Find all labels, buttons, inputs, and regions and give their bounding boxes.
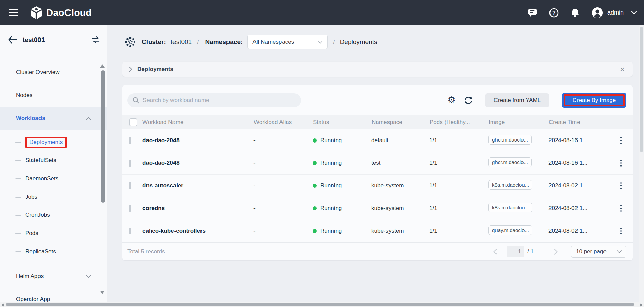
search-icon <box>133 97 139 104</box>
per-page-select[interactable]: 10 per page <box>571 246 626 258</box>
kebab-menu-icon[interactable] <box>618 159 624 168</box>
chevron-right-icon[interactable] <box>129 67 132 72</box>
sidebar-item-cluster-overview[interactable]: Cluster Overview <box>0 61 107 84</box>
row-checkbox[interactable] <box>129 160 131 167</box>
brand-logo[interactable]: DaoCloud <box>30 6 92 20</box>
image-badge[interactable]: quay.m.daoclo... <box>488 225 532 235</box>
sidebar-item-replicasets[interactable]: ReplicaSets <box>0 242 107 261</box>
next-page-chevron-icon[interactable] <box>554 249 558 255</box>
dash-icon <box>15 142 21 143</box>
bell-icon[interactable] <box>571 8 580 17</box>
column-header[interactable]: Create Time <box>543 115 602 129</box>
avatar-icon[interactable] <box>592 7 603 19</box>
column-header[interactable]: Pods (Healthy... <box>424 115 483 129</box>
create-by-image-button[interactable]: Create By Image <box>562 93 626 108</box>
sidebar-item-cronjobs[interactable]: CronJobs <box>0 206 107 224</box>
sidebar-item-label: Pods <box>25 230 38 237</box>
image-badge[interactable]: ghcr.m.daoclo... <box>488 157 532 167</box>
switch-cluster-icon[interactable] <box>92 36 100 43</box>
column-header[interactable]: Namespace <box>366 115 424 129</box>
column-header[interactable]: Workload Alias <box>248 115 307 129</box>
prev-page-chevron-icon[interactable] <box>493 249 497 255</box>
namespace-select-value: All Namespaces <box>252 39 294 45</box>
sidebar-item-jobs[interactable]: Jobs <box>0 188 107 206</box>
table-row: dao-dao-2048 - Running default 1/1 ghcr.… <box>122 129 633 152</box>
help-icon[interactable]: ? <box>549 8 559 18</box>
sidebar-item-helm-apps[interactable]: Helm Apps <box>0 265 107 288</box>
status-dot <box>313 184 317 188</box>
row-checkbox[interactable] <box>129 228 131 234</box>
workload-name[interactable]: coredns <box>142 205 248 212</box>
sidebar-item-pods[interactable]: Pods <box>0 224 107 242</box>
status-cell: Running <box>307 182 366 189</box>
sidebar-header: test001 <box>0 25 107 54</box>
dash-icon <box>15 233 21 234</box>
chevron-down-icon <box>617 250 622 253</box>
column-header[interactable]: Image <box>483 115 543 129</box>
search-box <box>127 93 301 107</box>
row-checkbox[interactable] <box>129 137 131 144</box>
status-dot <box>313 229 317 233</box>
banner-title: Deployments <box>137 66 173 73</box>
search-input[interactable] <box>143 97 296 104</box>
sidebar-item-nodes[interactable]: Nodes <box>0 84 107 107</box>
dash-icon <box>15 215 21 216</box>
sidebar-item-workloads[interactable]: Workloads <box>0 107 107 130</box>
gear-icon[interactable]: ⚙ <box>448 96 456 105</box>
sidebar-scroll-up-arrow[interactable] <box>100 64 105 68</box>
kebab-menu-icon[interactable] <box>618 227 624 235</box>
chat-icon[interactable] <box>528 8 537 17</box>
scroll-right-arrow[interactable] <box>640 303 643 307</box>
image-badge[interactable]: k8s.m.daoclou... <box>488 180 532 190</box>
sidebar-item-deployments[interactable]: Deployments <box>0 133 107 151</box>
sidebar-scroll-down-arrow[interactable] <box>100 291 105 294</box>
status-dot <box>313 161 317 165</box>
workload-name[interactable]: calico-kube-controllers <box>142 228 248 234</box>
vertical-scrollbar-thumb[interactable] <box>640 27 643 152</box>
column-header-actions <box>602 115 633 129</box>
horizontal-scrollbar-thumb[interactable] <box>6 303 634 306</box>
sidebar-item-label: ReplicaSets <box>25 248 56 255</box>
workload-name[interactable]: dns-autoscaler <box>142 182 248 189</box>
row-checkbox[interactable] <box>129 182 131 189</box>
hamburger-menu-icon[interactable] <box>9 9 18 16</box>
close-icon[interactable]: ✕ <box>620 66 625 73</box>
sidebar-item-label: Jobs <box>25 194 37 200</box>
page-number-input[interactable] <box>507 246 524 257</box>
scroll-left-arrow[interactable] <box>1 303 4 307</box>
total-records-label: Total 5 records <box>127 248 165 255</box>
kebab-menu-icon[interactable] <box>618 204 624 213</box>
annotation-box: Deployments <box>25 137 67 148</box>
chevron-down-icon <box>86 275 91 278</box>
status-text: Running <box>320 182 342 189</box>
image-badge[interactable]: k8s.m.daoclou... <box>488 203 532 212</box>
sidebar-item-label: Operator App <box>16 296 50 302</box>
image-badge[interactable]: ghcr.m.daoclo... <box>488 135 532 145</box>
sidebar-scrollbar-thumb[interactable] <box>101 70 105 203</box>
vertical-scrollbar <box>639 25 644 302</box>
brand-name: DaoCloud <box>46 7 92 18</box>
row-checkbox[interactable] <box>129 205 131 212</box>
sidebar-item-daemonsets[interactable]: DaemonSets <box>0 170 107 188</box>
table-row: dao-dao-2048 - Running test 1/1 ghcr.m.d… <box>122 152 633 175</box>
kebab-menu-icon[interactable] <box>618 181 624 190</box>
sidebar-item-statefulsets[interactable]: StatefulSets <box>0 151 107 170</box>
kebab-menu-icon[interactable] <box>618 136 624 145</box>
sidebar-item-operator-app[interactable]: Operator App <box>0 288 107 302</box>
back-arrow-icon[interactable] <box>8 36 17 44</box>
workload-name[interactable]: dao-dao-2048 <box>142 137 248 144</box>
select-all-checkbox[interactable] <box>129 118 137 126</box>
app-root: DaoCloud ? admin test <box>0 0 644 307</box>
column-header[interactable]: Workload Name <box>142 115 248 129</box>
namespace-select[interactable]: All Namespaces <box>247 35 328 49</box>
workload-name[interactable]: dao-dao-2048 <box>142 160 248 167</box>
status-text: Running <box>320 137 342 144</box>
dash-icon <box>15 160 21 161</box>
sidebar-nav: Cluster Overview Nodes Workloads Deploym… <box>0 54 107 302</box>
column-header[interactable]: Status <box>307 115 366 129</box>
workload-alias: - <box>248 160 307 167</box>
refresh-icon[interactable] <box>464 96 473 105</box>
user-menu-chevron-down-icon[interactable] <box>631 11 637 15</box>
create-from-yaml-button[interactable]: Create from YAML <box>485 93 549 107</box>
breadcrumb-cluster-value[interactable]: test001 <box>171 38 192 46</box>
